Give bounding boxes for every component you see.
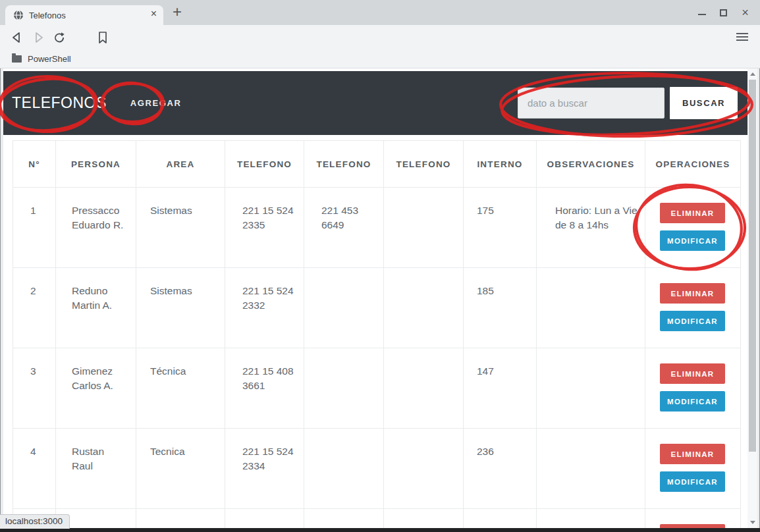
modificar-button[interactable]: MODIFICAR <box>660 311 725 331</box>
browser-toolbar: ! localhost:3000 <box>0 25 760 50</box>
close-button[interactable]: × <box>734 0 756 25</box>
app-navbar: TELEFONOS AGREGAR BUSCAR <box>3 71 747 135</box>
cell-interno: 185 <box>464 268 537 348</box>
table-row-partial: ELIMINAR <box>13 509 741 529</box>
window-controls: × <box>691 0 756 25</box>
cell-telefono2: 221 453 6649 <box>304 188 384 268</box>
maximize-icon <box>720 9 727 16</box>
cell-telefono3 <box>384 429 464 509</box>
col-header-telefono3: TELEFONO <box>384 141 464 188</box>
cell-interno: 147 <box>464 348 537 429</box>
cell-telefono3 <box>384 268 464 348</box>
nav-link-agregar[interactable]: AGREGAR <box>130 98 182 108</box>
folder-icon <box>12 55 22 63</box>
maximize-button[interactable] <box>713 0 734 25</box>
cell-telefono2 <box>304 429 384 509</box>
window-frame-right <box>757 68 760 528</box>
eliminar-button[interactable]: ELIMINAR <box>660 444 725 464</box>
scroll-up-icon <box>750 72 755 76</box>
table-row: 3 Gimenez Carlos A. Técnica 221 15 408 3… <box>13 348 741 429</box>
cell-telefono3 <box>384 348 464 429</box>
forward-icon[interactable] <box>32 31 45 44</box>
cell-num: 3 <box>13 348 56 429</box>
table-header-row: N° PERSONA AREA TELEFONO TELEFONO TELEFO… <box>13 141 741 188</box>
minimize-button[interactable] <box>691 0 713 25</box>
window-frame-bottom <box>0 528 760 532</box>
app-brand[interactable]: TELEFONOS <box>12 94 107 112</box>
cell-num: 4 <box>13 429 56 509</box>
cell-observaciones <box>537 268 645 348</box>
titlebar: Telefonos × + × <box>0 0 760 25</box>
scroll-down-icon <box>750 521 755 524</box>
search-input[interactable] <box>518 88 665 119</box>
modificar-button[interactable]: MODIFICAR <box>660 471 725 492</box>
cell-operaciones: ELIMINAR MODIFICAR <box>645 188 741 268</box>
cell-area: Técnica <box>136 348 225 429</box>
browser-window: Telefonos × + × ! localhost:3000 <box>0 0 760 532</box>
cell-observaciones <box>537 429 645 509</box>
browser-menu-icon[interactable] <box>736 33 748 43</box>
status-bubble: localhost:3000 <box>0 514 70 529</box>
table-row: 4 Rustan Raul Tecnica 221 15 524 2334 23… <box>13 429 741 509</box>
scrollbar-thumb[interactable] <box>749 80 756 452</box>
scroll-up-button[interactable] <box>747 68 757 80</box>
cell-num: 1 <box>13 188 56 268</box>
close-icon: × <box>742 7 749 18</box>
cell-num: 2 <box>13 268 56 348</box>
cell-telefono2 <box>304 348 384 429</box>
cell-persona: Pressacco Eduardo R. <box>56 188 136 268</box>
col-header-interno: INTERNO <box>464 141 537 188</box>
col-header-observaciones: OBSERVACIONES <box>537 141 645 188</box>
back-icon[interactable] <box>11 31 24 44</box>
browser-tab[interactable]: Telefonos × <box>5 5 163 25</box>
modificar-button[interactable]: MODIFICAR <box>660 391 725 412</box>
col-header-operaciones: OPERACIONES <box>645 141 741 188</box>
cell-telefono1: 221 15 524 2335 <box>225 188 304 268</box>
col-header-num: N° <box>13 141 56 188</box>
eliminar-button[interactable]: ELIMINAR <box>660 203 725 223</box>
cell-telefono1: 221 15 524 2334 <box>225 429 304 509</box>
minimize-icon <box>698 14 706 15</box>
eliminar-button[interactable]: ELIMINAR <box>660 283 725 304</box>
cell-persona: Reduno Martin A. <box>56 268 136 348</box>
window-frame-left <box>0 68 3 528</box>
cell-persona: Gimenez Carlos A. <box>56 348 136 429</box>
cell-observaciones: Horario: Lun a Vie de 8 a 14hs <box>537 188 645 268</box>
cell-operaciones: ELIMINAR MODIFICAR <box>645 348 741 429</box>
cell-telefono1: 221 15 524 2332 <box>225 268 304 348</box>
bookmarks-bar: PowerShell <box>0 50 760 68</box>
page-scrollbar[interactable] <box>747 68 757 528</box>
col-header-telefono1: TELEFONO <box>225 141 304 188</box>
col-header-telefono2: TELEFONO <box>304 141 384 188</box>
globe-favicon-icon <box>13 10 24 20</box>
tab-title: Telefonos <box>29 11 66 20</box>
cell-operaciones: ELIMINAR MODIFICAR <box>645 268 741 348</box>
cell-area: Sistemas <box>136 268 225 348</box>
search-button[interactable]: BUSCAR <box>670 87 738 119</box>
table-row: 2 Reduno Martin A. Sistemas 221 15 524 2… <box>13 268 741 348</box>
col-header-persona: PERSONA <box>56 141 136 188</box>
cell-persona: Rustan Raul <box>56 429 136 509</box>
bookmark-folder-powershell[interactable]: PowerShell <box>28 54 71 64</box>
cell-telefono1: 221 15 408 3661 <box>225 348 304 429</box>
bookmark-icon[interactable] <box>96 31 109 44</box>
cell-telefono2 <box>304 268 384 348</box>
cell-observaciones <box>537 348 645 429</box>
phones-table: N° PERSONA AREA TELEFONO TELEFONO TELEFO… <box>13 140 741 528</box>
new-tab-button[interactable]: + <box>173 3 182 21</box>
cell-telefono3 <box>384 188 464 268</box>
cell-operaciones: ELIMINAR MODIFICAR <box>645 429 741 509</box>
scroll-down-button[interactable] <box>747 517 757 528</box>
cell-area: Sistemas <box>136 188 225 268</box>
eliminar-button[interactable]: ELIMINAR <box>660 363 725 384</box>
cell-interno: 175 <box>464 188 537 268</box>
col-header-area: AREA <box>136 141 225 188</box>
cell-area: Tecnica <box>136 429 225 509</box>
modificar-button[interactable]: MODIFICAR <box>660 230 725 251</box>
reload-icon[interactable] <box>53 31 66 44</box>
cell-interno: 236 <box>464 429 537 509</box>
table-row: 1 Pressacco Eduardo R. Sistemas 221 15 5… <box>13 188 741 268</box>
tab-close-icon[interactable]: × <box>151 8 157 20</box>
page-viewport: TELEFONOS AGREGAR BUSCAR N° PERSONA AREA… <box>0 68 760 528</box>
